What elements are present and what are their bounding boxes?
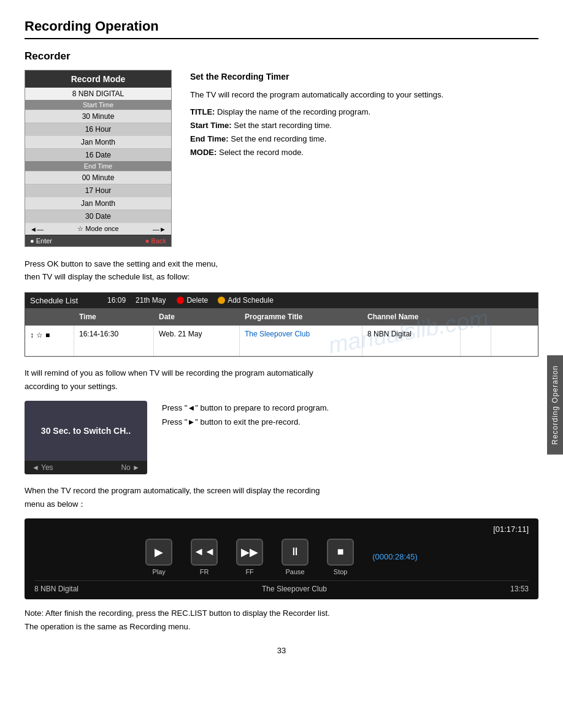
stop-label: Stop — [334, 568, 348, 575]
switch-info: Press "◄" button to prepare to record pr… — [162, 401, 538, 430]
rm-row-00min: 00 Minute — [25, 171, 171, 184]
stop-btn: ■ Stop — [327, 539, 354, 575]
fr-icon: ◄◄ — [191, 539, 218, 566]
note-text: Note: After finish the recording, press … — [25, 607, 538, 634]
sort-icon: ↕ — [30, 331, 34, 339]
row-icons-cell: ↕ ☆ ■ — [25, 326, 74, 356]
switch-box: 30 Sec. to Switch CH.. ◄ Yes No ► — [25, 401, 147, 474]
play-label: Play — [152, 568, 165, 575]
rm-mode-row: ◄— ☆ Mode once —► — [25, 222, 171, 235]
rm-row-16hour: 16 Hour — [25, 123, 171, 135]
record-icon: ■ — [45, 331, 50, 339]
fr-label: FR — [200, 568, 209, 575]
title-info: TITLE: Display the name of the recording… — [190, 105, 538, 119]
record-mode-header: Record Mode — [25, 70, 171, 88]
col-icons — [25, 311, 74, 323]
remind-line1: It will remind of you as follow when TV … — [25, 366, 538, 380]
fr-btn: ◄◄ FR — [191, 539, 218, 575]
when-line1: When the TV record the program automatic… — [25, 484, 538, 498]
menu-bottom: 8 NBN Digital The Sleepover Club 13:53 — [34, 580, 529, 593]
switch-info-line2: Press "►" button to exit the pre-record. — [162, 415, 538, 429]
title-label: TITLE: — [190, 107, 215, 116]
col-time: Time — [74, 311, 154, 323]
mode-desc: Select the record mode. — [219, 148, 304, 157]
row-time: 16:14-16:30 — [74, 326, 154, 356]
note-line2: The operation is the same as Recording m… — [25, 620, 538, 634]
rm-row-30min: 30 Minute — [25, 110, 171, 123]
mode-star-label: ☆ Mode once — [77, 225, 118, 233]
rm-row-16date: 16 Date — [25, 148, 171, 161]
pause-icon: ⏸ — [282, 539, 308, 566]
page-number: 33 — [25, 646, 538, 655]
schedule-add: Add Schedule — [218, 296, 274, 305]
play-btn: ▶ Play — [145, 539, 172, 575]
start-desc: Set the start recording time. — [234, 121, 332, 130]
recording-menu-box: [01:17:11] ▶ Play ◄◄ FR ▶▶ FF ⏸ Pause ■ … — [25, 518, 538, 599]
pause-label: Pause — [286, 568, 305, 575]
stop-icon: ■ — [327, 539, 354, 566]
add-label: Add Schedule — [228, 296, 274, 305]
menu-programme: The Sleepover Club — [262, 585, 327, 593]
switch-info-line1: Press "◄" button to prepare to record pr… — [162, 401, 538, 415]
section-title: Recorder — [25, 50, 538, 63]
rm-row-jan-month-start: Jan Month — [25, 135, 171, 148]
menu-time: 13:53 — [510, 585, 529, 593]
mode-label: MODE: — [190, 148, 216, 157]
col-date: Date — [154, 311, 240, 323]
mode-right-icon: —► — [153, 226, 166, 233]
end-time-info: End Time: Set the end recording time. — [190, 132, 538, 146]
remind-line2: according to your settings. — [25, 380, 538, 393]
rm-row-30date: 30 Date — [25, 210, 171, 222]
when-recording-text: When the TV record the program automatic… — [25, 484, 538, 511]
pause-btn: ⏸ Pause — [282, 539, 308, 575]
star-icon: ☆ — [36, 331, 43, 339]
row-extra — [461, 326, 491, 356]
schedule-title: Schedule List — [30, 296, 78, 305]
end-desc: Set the end recording time. — [231, 134, 326, 143]
col-programme: Programme Title — [240, 311, 362, 323]
row-programme: The Sleepover Club — [240, 326, 362, 356]
rm-row-jan-month-end: Jan Month — [25, 197, 171, 210]
switch-box-text: 30 Sec. to Switch CH.. — [41, 426, 131, 436]
when-line2: menu as below： — [25, 498, 538, 511]
record-mode-box: Record Mode 8 NBN DIGITAL Start Time 30 … — [25, 70, 172, 247]
remind-text: It will remind of you as follow when TV … — [25, 366, 538, 393]
schedule-delete: Delete — [177, 296, 208, 305]
ok-text: Press OK button to save the setting and … — [25, 258, 538, 284]
menu-channel: 8 NBN Digital — [34, 585, 79, 593]
ff-label: FF — [245, 568, 253, 575]
schedule-date: 21th May — [136, 296, 166, 305]
rm-row-17hour: 17 Hour — [25, 184, 171, 197]
schedule-columns: Time Date Programme Title Channel Name — [25, 308, 538, 325]
mode-info: MODE: Select the record mode. — [190, 146, 538, 159]
schedule-time: 16:09 — [107, 296, 126, 305]
row-date: Web. 21 May — [154, 326, 240, 356]
page-title: Recording Operation — [25, 18, 538, 39]
recording-info-desc: The TV will record the program automatic… — [190, 88, 538, 102]
footer-back: ● Back — [145, 237, 166, 245]
ff-btn: ▶▶ FF — [236, 539, 263, 575]
ok-line2: then TV will display the schedule list, … — [25, 271, 538, 284]
ff-icon: ▶▶ — [236, 539, 263, 566]
record-info: Set the Recording Timer The TV will reco… — [190, 70, 538, 247]
footer-enter: ● Enter — [30, 237, 52, 245]
start-time-info: Start Time: Set the start recording time… — [190, 119, 538, 132]
recording-info-title: Set the Recording Timer — [190, 70, 538, 85]
note-line1: Note: After finish the recording, press … — [25, 607, 538, 620]
menu-counter: (0000:28:45) — [372, 552, 418, 561]
schedule-row: ↕ ☆ ■ 16:14-16:30 Web. 21 May The Sleepo… — [25, 325, 538, 356]
end-label: End Time: — [190, 134, 229, 143]
play-icon: ▶ — [145, 539, 172, 566]
col-extra — [461, 311, 491, 323]
yes-label: ◄ Yes — [32, 463, 53, 472]
delete-label: Delete — [186, 296, 208, 305]
title-desc: Display the name of the recording progra… — [217, 107, 370, 116]
no-label: No ► — [121, 463, 140, 472]
yellow-dot-icon — [218, 297, 225, 304]
schedule-header: Schedule List 16:09 21th May Delete Add … — [25, 293, 538, 308]
red-dot-icon — [177, 297, 184, 304]
end-time-label: End Time — [25, 161, 171, 171]
side-tab: Recording Operation — [547, 355, 563, 455]
mode-left-icon: ◄— — [30, 226, 44, 233]
schedule-list-box: Schedule List 16:09 21th May Delete Add … — [25, 292, 538, 357]
